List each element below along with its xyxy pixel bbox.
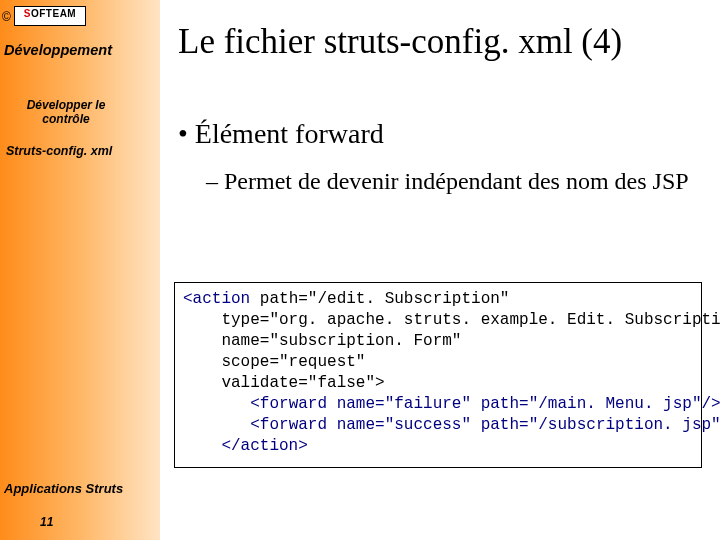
bullet-level1: Élément forward (178, 118, 384, 150)
logo-text: SOFTEAM (15, 8, 85, 20)
code-attr-scope: scope="request" (221, 353, 365, 371)
code-forward-1: <forward name="failure" path="/main. Men… (250, 395, 720, 413)
logo-rest: OFTEAM (31, 8, 76, 19)
code-attr-path: path="/edit. Subscription" (260, 290, 510, 308)
code-attr-type: type="org. apache. struts. example. Edit… (221, 311, 720, 329)
code-attr-name: name="subscription. Form" (221, 332, 461, 350)
main-content: Le fichier struts-config. xml (4) Élémen… (160, 0, 720, 540)
sidebar-sub1-line2: contrôle (42, 112, 89, 126)
code-forward-2: <forward name="success" path="/subscript… (250, 416, 720, 434)
sidebar-heading: Développement (4, 42, 112, 58)
sidebar-footer: Applications Struts (4, 481, 123, 496)
code-attr-validate: validate="false"> (221, 374, 384, 392)
copyright-symbol: © (2, 10, 11, 24)
code-action-close: </action> (221, 437, 307, 455)
sidebar-sub1-line1: Développer le (27, 98, 106, 112)
code-action-open: <action (183, 290, 250, 308)
sidebar-subheading-2: Struts-config. xml (6, 144, 112, 158)
page-number: 11 (40, 515, 53, 529)
bullet-level2: – Permet de devenir indépendant des nom … (206, 166, 706, 196)
code-block: <action path="/edit. Subscription" type=… (174, 282, 702, 468)
sidebar-subheading-1: Développer le contrôle (6, 98, 126, 126)
logo: SOFTEAM (14, 6, 86, 26)
page-title: Le fichier struts-config. xml (4) (178, 22, 622, 62)
logo-letter: S (24, 8, 31, 19)
sidebar: © SOFTEAM Développement Développer le co… (0, 0, 160, 540)
